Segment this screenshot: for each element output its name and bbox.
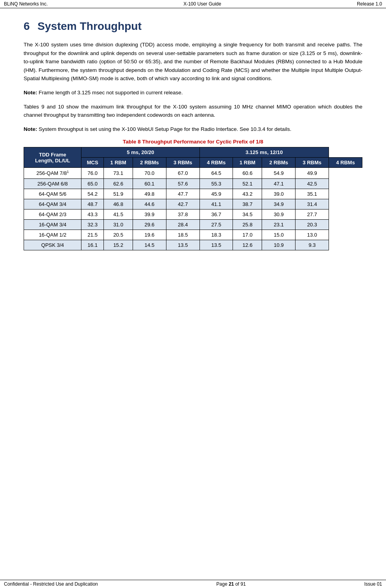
cell-value: 13.5 bbox=[166, 240, 199, 250]
cell-mcs: QPSK 3/4 bbox=[24, 240, 81, 250]
cell-value: 15.0 bbox=[262, 230, 296, 240]
cell-value: 43.3 bbox=[81, 209, 104, 219]
table-title: Table 8 Throughput Performance for Cycli… bbox=[24, 139, 362, 145]
cell-value: 41.1 bbox=[199, 199, 233, 209]
col-header-3125ms: 3.125 ms, 12/10 bbox=[199, 147, 329, 158]
cell-value: 49.8 bbox=[133, 189, 166, 199]
subheader-rbm-8: 4 RBMs bbox=[329, 158, 362, 168]
cell-value: 12.6 bbox=[233, 240, 262, 250]
cell-value: 55.3 bbox=[199, 178, 233, 189]
cell-value: 31.0 bbox=[104, 219, 133, 230]
cell-value: 37.8 bbox=[166, 209, 199, 219]
cell-value: 35.1 bbox=[296, 189, 329, 199]
table-row: 16-QAM 3/432.331.029.628.427.525.823.120… bbox=[24, 219, 362, 230]
body-paragraph-2: Tables 9 and 10 show the maximum link th… bbox=[24, 103, 362, 119]
cell-value: 70.0 bbox=[133, 168, 166, 178]
cell-value: 18.3 bbox=[199, 230, 233, 240]
cell-value: 16.1 bbox=[81, 240, 104, 250]
subheader-rbm-5: 1 RBM bbox=[233, 158, 262, 168]
cell-mcs: 256-QAM 7/81 bbox=[24, 168, 81, 178]
cell-value: 54.9 bbox=[262, 168, 296, 178]
cell-value: 13.0 bbox=[296, 230, 329, 240]
footer-center: Page 21 of 91 bbox=[216, 581, 246, 587]
note-2: Note: System throughput is set using the… bbox=[24, 125, 362, 134]
subheader-rbm-1: 1 RBM bbox=[104, 158, 133, 168]
cell-value: 23.1 bbox=[262, 219, 296, 230]
throughput-table: TDD FrameLength, DL/UL5 ms, 20/203.125 m… bbox=[24, 147, 362, 250]
cell-value: 42.5 bbox=[296, 178, 329, 189]
cell-value: 67.0 bbox=[166, 168, 199, 178]
cell-value: 73.1 bbox=[104, 168, 133, 178]
page-footer: Confidential - Restricted Use and Duplic… bbox=[0, 580, 386, 588]
table-row: 256-QAM 6/865.062.660.157.655.352.147.14… bbox=[24, 178, 362, 189]
cell-value: 47.7 bbox=[166, 189, 199, 199]
cell-value: 38.7 bbox=[233, 199, 262, 209]
subheader-rbm-4: 4 RBMs bbox=[199, 158, 233, 168]
cell-mcs: 256-QAM 6/8 bbox=[24, 178, 81, 189]
table-row: 64-QAM 2/343.341.539.937.836.734.530.927… bbox=[24, 209, 362, 219]
subheader-rbm-6: 2 RBMs bbox=[262, 158, 296, 168]
cell-value: 27.7 bbox=[296, 209, 329, 219]
cell-value: 13.5 bbox=[199, 240, 233, 250]
main-content: 6 System Throughput The X-100 system use… bbox=[0, 8, 386, 282]
col-header-tdd: TDD FrameLength, DL/UL bbox=[24, 147, 81, 168]
cell-mcs: 64-QAM 5/6 bbox=[24, 189, 81, 199]
cell-value: 57.6 bbox=[166, 178, 199, 189]
note-1-text: Frame length of 3.125 msec not supported… bbox=[37, 90, 183, 96]
cell-value: 46.8 bbox=[104, 199, 133, 209]
cell-value: 42.7 bbox=[166, 199, 199, 209]
cell-value: 18.5 bbox=[166, 230, 199, 240]
cell-value: 15.2 bbox=[104, 240, 133, 250]
cell-value: 10.9 bbox=[262, 240, 296, 250]
cell-value: 20.3 bbox=[296, 219, 329, 230]
cell-value: 20.5 bbox=[104, 230, 133, 240]
cell-value: 51.9 bbox=[104, 189, 133, 199]
cell-value: 19.6 bbox=[133, 230, 166, 240]
chapter-title-text: System Throughput bbox=[37, 20, 141, 32]
cell-value: 52.1 bbox=[233, 178, 262, 189]
cell-value: 30.9 bbox=[262, 209, 296, 219]
cell-value: 25.8 bbox=[233, 219, 262, 230]
cell-value: 9.3 bbox=[296, 240, 329, 250]
cell-mcs: 64-QAM 2/3 bbox=[24, 209, 81, 219]
cell-value: 49.9 bbox=[296, 168, 329, 178]
subheader-rbm-2: 2 RBMs bbox=[133, 158, 166, 168]
cell-mcs: 64-QAM 3/4 bbox=[24, 199, 81, 209]
chapter-title: 6 System Throughput bbox=[24, 20, 362, 33]
cell-value: 76.0 bbox=[81, 168, 104, 178]
cell-value: 48.7 bbox=[81, 199, 104, 209]
cell-value: 28.4 bbox=[166, 219, 199, 230]
cell-value: 34.5 bbox=[233, 209, 262, 219]
header-left: BLiNQ Networks Inc. bbox=[4, 1, 48, 7]
cell-value: 54.2 bbox=[81, 189, 104, 199]
cell-value: 65.0 bbox=[81, 178, 104, 189]
cell-value: 45.9 bbox=[199, 189, 233, 199]
cell-value: 47.1 bbox=[262, 178, 296, 189]
cell-value: 27.5 bbox=[199, 219, 233, 230]
cell-value: 31.4 bbox=[296, 199, 329, 209]
subheader-rbm-3: 3 RBMs bbox=[166, 158, 199, 168]
table-row: 256-QAM 7/8176.073.170.067.064.560.654.9… bbox=[24, 168, 362, 178]
header-right: Release 1.0 bbox=[357, 1, 382, 7]
subheader-mcs: MCS bbox=[81, 158, 104, 168]
cell-mcs: 16-QAM 1/2 bbox=[24, 230, 81, 240]
cell-value: 29.6 bbox=[133, 219, 166, 230]
col-header-5ms: 5 ms, 20/20 bbox=[81, 147, 199, 158]
cell-value: 32.3 bbox=[81, 219, 104, 230]
table-row: 16-QAM 1/221.520.519.618.518.317.015.013… bbox=[24, 230, 362, 240]
table-row: 64-QAM 5/654.251.949.847.745.943.239.035… bbox=[24, 189, 362, 199]
cell-value: 41.5 bbox=[104, 209, 133, 219]
cell-value: 14.5 bbox=[133, 240, 166, 250]
cell-mcs: 16-QAM 3/4 bbox=[24, 219, 81, 230]
cell-value: 17.0 bbox=[233, 230, 262, 240]
cell-value: 64.5 bbox=[199, 168, 233, 178]
cell-value: 44.6 bbox=[133, 199, 166, 209]
subheader-rbm-7: 3 RBMs bbox=[296, 158, 329, 168]
table-row: QPSK 3/416.115.214.513.513.512.610.99.3 bbox=[24, 240, 362, 250]
cell-value: 36.7 bbox=[199, 209, 233, 219]
page-header: BLiNQ Networks Inc. X-100 User Guide Rel… bbox=[0, 0, 386, 8]
cell-value: 39.0 bbox=[262, 189, 296, 199]
cell-value: 21.5 bbox=[81, 230, 104, 240]
cell-value: 62.6 bbox=[104, 178, 133, 189]
note-1-label: Note: bbox=[24, 90, 37, 96]
